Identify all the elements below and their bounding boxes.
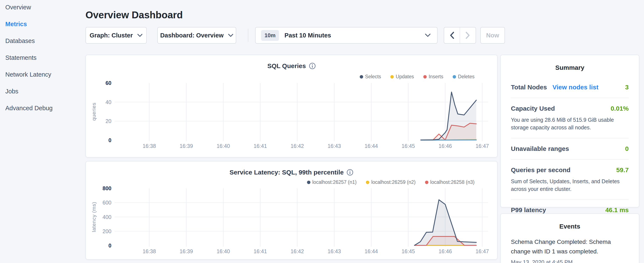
time-nav-group: [444, 27, 476, 44]
y-tick-label: 400: [102, 214, 112, 220]
x-tick-label: 16:41: [254, 143, 267, 149]
summary-label: Capacity Used: [511, 105, 555, 112]
x-tick-label: 16:42: [291, 248, 304, 254]
dashboard-dropdown[interactable]: Dashboard: Overview: [157, 27, 236, 44]
summary-title: Summary: [501, 64, 639, 71]
y-tick-label: 200: [102, 228, 112, 234]
chevron-down-icon: [137, 34, 143, 37]
x-tick-label: 16:47: [476, 143, 489, 149]
summary-row-queries-per-second: Queries per second 59.7 Sum of Selects, …: [511, 160, 629, 200]
chart-plot[interactable]: 16:3816:3916:4016:4116:4216:4316:4416:45…: [86, 161, 498, 260]
time-range-badge: 10m: [261, 30, 279, 41]
y-axis-label: latency (ms): [91, 202, 97, 232]
sidebar-item-databases[interactable]: Databases: [5, 38, 82, 44]
event-text: Schema Change Completed: Schema change w…: [511, 237, 629, 256]
db-console-app: Overview Metrics Databases Statements Ne…: [0, 0, 644, 263]
events-title: Events: [501, 223, 639, 230]
summary-row-total-nodes: Total Nodes View nodes list 3: [511, 77, 629, 98]
x-tick-label: 16:40: [217, 143, 230, 149]
chevron-down-icon: [228, 34, 234, 37]
x-tick-label: 16:47: [476, 248, 489, 254]
x-tick-label: 16:39: [180, 143, 193, 149]
sidebar: Overview Metrics Databases Statements Ne…: [5, 4, 82, 122]
y-tick-label: 20: [106, 118, 112, 124]
y-axis-label: queries: [91, 103, 97, 121]
x-tick-label: 16:41: [254, 248, 267, 254]
sql-queries-chart-card: SQL Queries SelectsUpdatesInsertsDeletes…: [86, 55, 498, 157]
service-latency-chart-card: Service Latency: SQL, 99th percentile lo…: [86, 161, 498, 259]
x-tick-label: 16:39: [180, 248, 193, 254]
time-back-button[interactable]: [444, 28, 460, 43]
time-range-dropdown[interactable]: 10m Past 10 Minutes: [255, 27, 438, 44]
x-tick-label: 16:45: [402, 248, 415, 254]
x-tick-label: 16:42: [291, 143, 304, 149]
summary-label: P99 latency: [511, 206, 546, 214]
sidebar-item-statements[interactable]: Statements: [5, 55, 82, 61]
summary-value: 3: [625, 84, 629, 91]
event-item[interactable]: Schema Change Completed: Schema change w…: [511, 237, 629, 263]
controls-divider: [248, 29, 248, 42]
y-tick-label: 60: [106, 80, 112, 86]
page-title: Overview Dashboard: [86, 9, 183, 21]
x-tick-label: 16:38: [143, 248, 156, 254]
y-tick-label: 0: [108, 242, 112, 248]
x-tick-label: 16:38: [143, 143, 156, 149]
x-tick-label: 16:45: [402, 143, 415, 149]
events-panel: Events Schema Change Completed: Schema c…: [500, 213, 639, 263]
summary-label: Queries per second: [511, 166, 570, 174]
summary-value: 46.1 ms: [605, 206, 629, 214]
time-now-button[interactable]: Now: [480, 27, 505, 44]
chevron-left-icon: [450, 32, 454, 39]
sidebar-item-jobs[interactable]: Jobs: [5, 88, 82, 95]
sidebar-item-network-latency[interactable]: Network Latency: [5, 72, 82, 78]
x-tick-label: 16:40: [217, 248, 230, 254]
x-tick-label: 16:43: [328, 248, 341, 254]
y-tick-label: 600: [102, 200, 112, 205]
summary-description: You are using 28.6 MiB of 515.9 GiB usab…: [511, 116, 629, 132]
y-tick-label: 40: [106, 99, 112, 105]
sidebar-item-metrics[interactable]: Metrics: [5, 21, 82, 27]
x-tick-label: 16:46: [438, 248, 452, 254]
x-tick-label: 16:44: [365, 248, 378, 254]
summary-value: 0: [625, 145, 629, 152]
sidebar-item-advanced-debug[interactable]: Advanced Debug: [5, 105, 82, 111]
summary-description: Sum of Selects, Updates, Inserts, and De…: [511, 177, 629, 193]
view-nodes-list-link[interactable]: View nodes list: [552, 84, 598, 91]
summary-value: 59.7: [616, 166, 629, 174]
x-tick-label: 16:46: [438, 143, 452, 149]
chart-plot[interactable]: 16:3816:3916:4016:4116:4216:4316:4416:45…: [86, 55, 498, 158]
summary-label: Unavailable ranges: [511, 145, 569, 152]
dashboard-dropdown-label: Dashboard: Overview: [160, 32, 224, 39]
y-tick-label: 0: [108, 137, 112, 143]
graph-type-dropdown[interactable]: Graph: Cluster: [86, 27, 147, 44]
y-tick-label: 800: [102, 185, 112, 191]
sidebar-item-overview[interactable]: Overview: [5, 4, 82, 11]
summary-label: Total Nodes: [511, 84, 547, 91]
summary-row-unavailable-ranges: Unavailable ranges 0: [511, 138, 629, 160]
time-forward-button[interactable]: [460, 28, 476, 43]
summary-row-capacity-used: Capacity Used 0.01% You are using 28.6 M…: [511, 98, 629, 138]
x-tick-label: 16:44: [365, 143, 378, 149]
series-area-localhost-26257-n1: [414, 200, 476, 245]
summary-value: 0.01%: [610, 105, 629, 112]
time-now-label: Now: [486, 32, 499, 39]
summary-panel: Summary Total Nodes View nodes list 3 Ca…: [500, 55, 639, 207]
chevron-right-icon: [466, 32, 470, 39]
x-tick-label: 16:43: [328, 143, 341, 149]
graph-type-dropdown-label: Graph: Cluster: [90, 32, 133, 39]
event-timestamp: May 13, 2020 at 4:45 PM: [511, 259, 629, 263]
chevron-down-icon: [425, 34, 431, 37]
time-range-label: Past 10 Minutes: [284, 32, 331, 39]
